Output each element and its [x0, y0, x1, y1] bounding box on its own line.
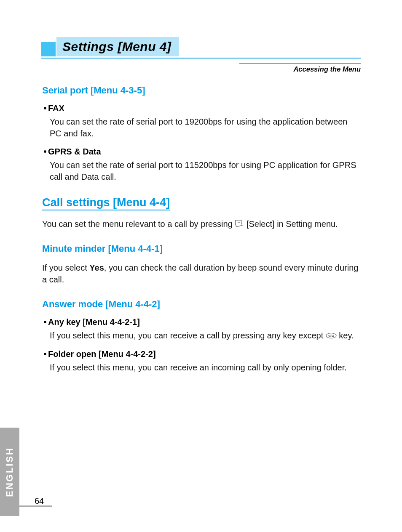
item-fax-head: •FAX — [42, 104, 360, 113]
any-key-before: If you select this menu, you can receive… — [50, 331, 326, 340]
item-fax-body: You can set the rate of serial port to 1… — [50, 116, 360, 139]
content: Serial port [Menu 4-3-5] •FAX You can se… — [41, 85, 361, 373]
item-folder-open-title: Folder open [Menu 4-4-2-2] — [48, 349, 156, 359]
bullet-icon: • — [42, 147, 48, 157]
call-intro-before: You can set the menu relevant to a call … — [42, 219, 235, 229]
item-fax: •FAX You can set the rate of serial port… — [42, 104, 360, 139]
softkey-left-icon — [235, 219, 244, 231]
call-intro-after: [Select] in Setting menu. — [247, 219, 338, 229]
item-folder-open-body: If you select this menu, you can receive… — [50, 362, 360, 373]
title-row: Settings [Menu 4] — [41, 37, 361, 59]
footer-rule — [0, 505, 52, 507]
mm-before: If you select — [42, 263, 89, 272]
item-gprs: •GPRS & Data You can set the rate of ser… — [42, 147, 360, 183]
language-tab: ENGLISH — [0, 428, 19, 516]
section-answer-mode: Answer mode [Menu 4-4-2] •Any key [Menu … — [42, 299, 360, 374]
section-call-settings: Call settings [Menu 4-4] You can set the… — [42, 196, 360, 231]
minute-minder-body: If you select Yes, you can check the cal… — [42, 262, 360, 285]
item-gprs-head: •GPRS & Data — [42, 147, 360, 157]
language-label: ENGLISH — [4, 447, 15, 497]
item-any-key: •Any key [Menu 4-4-2-1] If you select th… — [42, 317, 360, 342]
section-serial-port: Serial port [Menu 4-3-5] •FAX You can se… — [42, 85, 360, 183]
item-folder-open: •Folder open [Menu 4-4-2-2] If you selec… — [42, 349, 360, 373]
item-any-key-title: Any key [Menu 4-4-2-1] — [48, 317, 140, 327]
svg-point-1 — [326, 333, 336, 338]
item-folder-open-head: •Folder open [Menu 4-4-2-2] — [42, 349, 360, 359]
heading-minute-minder: Minute minder [Menu 4-4-1] — [42, 243, 360, 254]
title-block: Settings [Menu 4] — [56, 37, 179, 56]
page-title: Settings [Menu 4] — [62, 40, 172, 53]
any-key-after: key. — [339, 331, 354, 340]
heading-serial-port: Serial port [Menu 4-3-5] — [42, 85, 360, 96]
section-minute-minder: Minute minder [Menu 4-4-1] If you select… — [42, 243, 360, 285]
bullet-icon: • — [42, 349, 48, 359]
item-gprs-title: GPRS & Data — [48, 147, 101, 156]
item-fax-title: FAX — [48, 104, 64, 113]
breadcrumb: Accessing the Menu — [239, 63, 361, 73]
heading-call-settings: Call settings [Menu 4-4] — [42, 196, 170, 210]
item-any-key-head: •Any key [Menu 4-4-2-1] — [42, 317, 360, 327]
item-gprs-body: You can set the rate of serial port to 1… — [50, 159, 360, 183]
title-accent-square — [41, 42, 56, 56]
mm-bold: Yes — [89, 263, 104, 272]
page: Settings [Menu 4] Accessing the Menu Ser… — [0, 0, 402, 532]
item-any-key-body: If you select this menu, you can receive… — [50, 330, 360, 342]
heading-answer-mode: Answer mode [Menu 4-4-2] — [42, 299, 360, 310]
call-settings-intro: You can set the menu relevant to a call … — [42, 218, 360, 231]
bullet-icon: • — [42, 104, 48, 113]
end-key-icon — [326, 330, 337, 342]
bullet-icon: • — [42, 317, 48, 327]
page-number: 64 — [35, 496, 44, 506]
